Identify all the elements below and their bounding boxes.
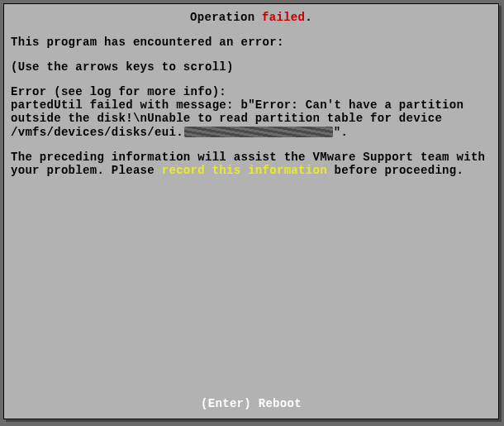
- error-line-3: /vmfs/devices/disks/eui.".: [11, 126, 492, 139]
- title-prefix: Operation: [190, 11, 262, 24]
- error-line-1: partedUtil failed with message: b"Error:…: [11, 98, 492, 112]
- intro-text: This program has encountered an error:: [11, 36, 492, 49]
- support-line-2a: your problem. Please: [11, 164, 162, 177]
- device-path-suffix: ".: [334, 126, 348, 139]
- title-status: failed: [262, 11, 305, 24]
- error-line-2: outside the disk!\nUnable to read partit…: [11, 112, 492, 125]
- device-path-prefix: /vmfs/devices/disks/eui.: [11, 126, 183, 139]
- dialog-content: Operation failed. This program has encou…: [11, 11, 492, 412]
- dialog-body: This program has encountered an error: (…: [11, 36, 492, 177]
- error-dialog: Operation failed. This program has encou…: [3, 3, 499, 419]
- dialog-title: Operation failed.: [11, 11, 492, 24]
- support-line-2: your problem. Please record this informa…: [11, 164, 492, 177]
- support-highlight: record this information: [162, 164, 327, 177]
- support-line-2b: before proceeding.: [327, 164, 464, 177]
- scroll-hint: (Use the arrows keys to scroll): [11, 60, 492, 74]
- support-line-1: The preceding information will assist th…: [11, 151, 492, 164]
- support-block: The preceding information will assist th…: [11, 151, 492, 177]
- reboot-prompt[interactable]: (Enter) Reboot: [4, 397, 498, 410]
- error-block: Error (see log for more info): partedUti…: [11, 85, 492, 138]
- redacted-id: [184, 127, 333, 137]
- title-suffix: .: [305, 11, 312, 24]
- error-header: Error (see log for more info):: [11, 85, 492, 98]
